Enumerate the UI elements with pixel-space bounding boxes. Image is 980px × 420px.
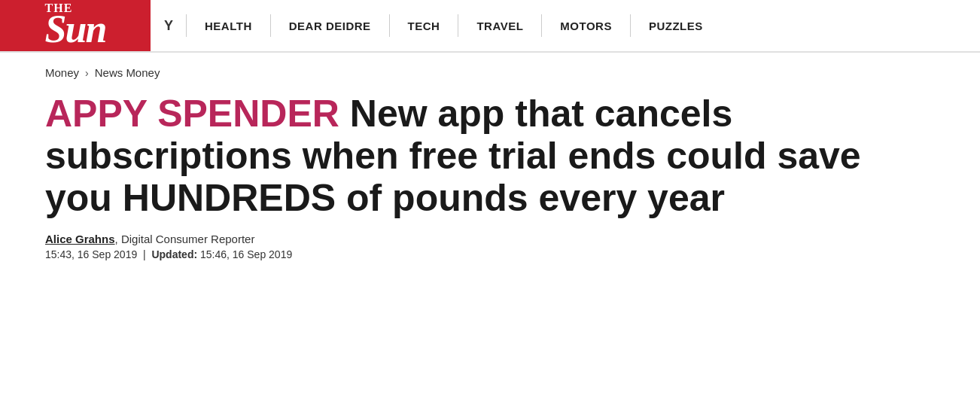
nav-divider-4	[541, 14, 542, 37]
timestamp: 15:43, 16 Sep 2019	[45, 248, 137, 260]
headline-tag: APPY SPENDER	[45, 93, 339, 135]
article-headline: APPY SPENDER New app that cancels subscr…	[45, 93, 911, 219]
nav-divider-2	[389, 14, 390, 37]
nav-item-puzzles[interactable]: PUZZLES	[635, 20, 717, 32]
author-line: Alice Grahns, Digital Consumer Reporter	[45, 233, 935, 245]
timestamp-line: 15:43, 16 Sep 2019 | Updated: 15:46, 16 …	[45, 248, 935, 260]
author-name[interactable]: Alice Grahns	[45, 233, 115, 245]
updated-label: Updated:	[151, 248, 197, 260]
nav-item-travel[interactable]: TRAVEL	[463, 20, 537, 32]
nav-divider-1	[270, 14, 271, 37]
timestamp-divider: |	[140, 248, 151, 260]
nav-item-health[interactable]: HEALTH	[191, 20, 266, 32]
logo-sun-text: Sun	[45, 8, 106, 50]
nav-item-dear-deidre[interactable]: DEAR DEIDRE	[275, 20, 385, 32]
nav-partial-area: Y HEALTH DEAR DEIDRE TECH TRAVEL MOTORS …	[151, 0, 717, 51]
breadcrumb-separator: ›	[85, 67, 89, 79]
breadcrumb: Money › News Money	[45, 66, 935, 79]
site-header: THE Sun Y HEALTH DEAR DEIDRE TECH TRAVEL…	[0, 0, 980, 53]
author-role: , Digital Consumer Reporter	[115, 233, 255, 245]
nav-divider-3	[458, 14, 458, 37]
nav-divider-5	[630, 14, 631, 37]
article-area: APPY SPENDER New app that cancels subscr…	[0, 85, 980, 283]
nav-item-motors[interactable]: MOTORS	[546, 20, 625, 32]
nav-item-tech[interactable]: TECH	[394, 20, 454, 32]
breadcrumb-area: Money › News Money	[0, 53, 980, 85]
site-logo[interactable]: THE Sun	[0, 0, 151, 51]
breadcrumb-news-money[interactable]: News Money	[95, 66, 160, 79]
nav-divider-0	[186, 14, 187, 37]
nav-partial-y: Y	[157, 18, 181, 34]
updated-time: 15:46, 16 Sep 2019	[200, 248, 292, 260]
breadcrumb-money[interactable]: Money	[45, 66, 79, 79]
